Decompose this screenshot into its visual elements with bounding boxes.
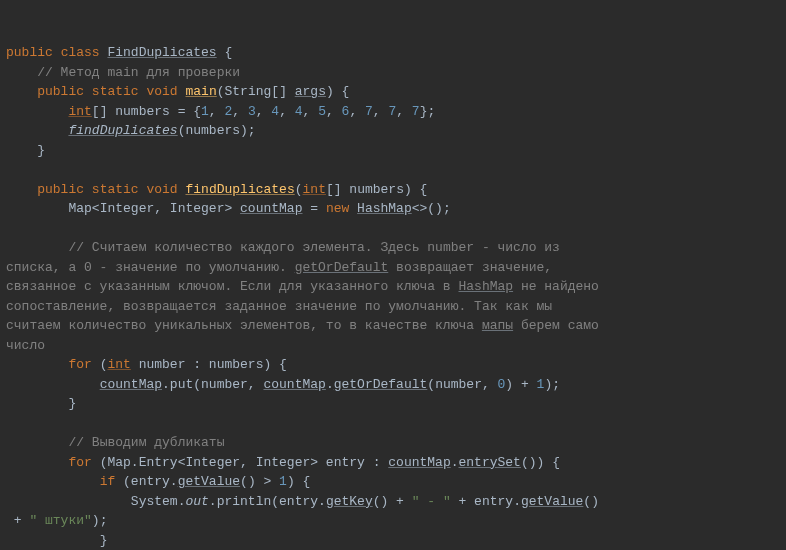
text: .put(number, xyxy=(162,377,263,392)
method-name: findDuplicates xyxy=(186,182,295,197)
text: + xyxy=(6,513,29,528)
comment: считаем количество уникальных элементов,… xyxy=(6,318,482,333)
eq: = xyxy=(302,201,325,216)
keyword-public: public xyxy=(37,84,84,99)
comment: // Метод main для проверки xyxy=(37,65,240,80)
comment: // Выводим дубликаты xyxy=(68,435,224,450)
comment: сопоставление, возвращается заданное зна… xyxy=(6,299,560,314)
var-countmap: countMap xyxy=(240,201,302,216)
text: [] numbers = { xyxy=(92,104,201,119)
text: () > xyxy=(240,474,279,489)
keyword-if: if xyxy=(100,474,116,489)
keyword-for: for xyxy=(68,357,91,372)
method-getvalue: getValue xyxy=(178,474,240,489)
map-type: Map<Integer, Integer> xyxy=(68,201,240,216)
comment-underline: HashMap xyxy=(458,279,513,294)
type-int: int xyxy=(68,104,91,119)
number: 4 xyxy=(295,104,303,119)
paren: ) { xyxy=(326,84,349,99)
text: ) + xyxy=(505,377,536,392)
keyword-public: public xyxy=(6,45,53,60)
args: (numbers); xyxy=(178,123,256,138)
var-countmap: countMap xyxy=(100,377,162,392)
paren: ( xyxy=(295,182,303,197)
comment: берем само xyxy=(513,318,607,333)
comment: связанное с указанным ключом. Если для у… xyxy=(6,279,458,294)
text: number : numbers) { xyxy=(131,357,287,372)
number: 4 xyxy=(271,104,279,119)
keyword-static: static xyxy=(92,84,139,99)
brace: } xyxy=(68,396,76,411)
type-int: int xyxy=(107,357,130,372)
paren: ( xyxy=(92,357,108,372)
text: ); xyxy=(92,513,108,528)
brace: { xyxy=(217,45,233,60)
out-field: out xyxy=(185,494,208,509)
comma: , xyxy=(396,104,412,119)
text: (entry. xyxy=(115,474,177,489)
text: [] numbers) { xyxy=(326,182,427,197)
sp xyxy=(349,201,357,216)
method-entryset: entrySet xyxy=(459,455,521,470)
brace: } xyxy=(37,143,45,158)
diamond: <>(); xyxy=(412,201,451,216)
keyword-static: static xyxy=(92,182,139,197)
number: 5 xyxy=(318,104,326,119)
text: () xyxy=(583,494,599,509)
text: System. xyxy=(131,494,186,509)
keyword-void: void xyxy=(146,182,177,197)
param-args: args xyxy=(295,84,326,99)
comma: , xyxy=(349,104,365,119)
comment: не найдено xyxy=(513,279,607,294)
comma: , xyxy=(256,104,272,119)
method-call: findDuplicates xyxy=(68,123,177,138)
method-main: main xyxy=(186,84,217,99)
hashmap: HashMap xyxy=(357,201,412,216)
comment: // Считаем количество каждого элемента. … xyxy=(68,240,567,255)
args: (number, xyxy=(427,377,497,392)
comment: списка, а 0 - значение по умолчанию. xyxy=(6,260,295,275)
comma: , xyxy=(209,104,225,119)
number: 1 xyxy=(201,104,209,119)
code-block: public class FindDuplicates { // Метод m… xyxy=(6,43,780,550)
text: ) { xyxy=(287,474,310,489)
string: " - " xyxy=(412,494,451,509)
method-getkey: getKey xyxy=(326,494,373,509)
dot: . xyxy=(326,377,334,392)
brace: } xyxy=(100,533,108,548)
comma: , xyxy=(279,104,295,119)
number: 7 xyxy=(412,104,420,119)
dot: . xyxy=(451,455,459,470)
comma: , xyxy=(373,104,389,119)
method-getvalue: getValue xyxy=(521,494,583,509)
string: " штуки" xyxy=(29,513,91,528)
text: + entry. xyxy=(451,494,521,509)
end: }; xyxy=(420,104,436,119)
method-god: getOrDefault xyxy=(334,377,428,392)
keyword-class: class xyxy=(61,45,100,60)
number: 3 xyxy=(248,104,256,119)
text: .println(entry. xyxy=(209,494,326,509)
comma: , xyxy=(232,104,248,119)
comment: число xyxy=(6,338,45,353)
text: () + xyxy=(373,494,412,509)
semi: ); xyxy=(544,377,560,392)
var-countmap: countMap xyxy=(388,455,450,470)
keyword-void: void xyxy=(146,84,177,99)
var-countmap: countMap xyxy=(263,377,325,392)
type-int: int xyxy=(303,182,326,197)
number: 7 xyxy=(365,104,373,119)
comment-underline: getOrDefault xyxy=(295,260,389,275)
comment: возвращает значение, xyxy=(388,260,560,275)
class-name: FindDuplicates xyxy=(107,45,216,60)
keyword-new: new xyxy=(326,201,349,216)
comma: , xyxy=(303,104,319,119)
paren: (String[] xyxy=(217,84,295,99)
text: ()) { xyxy=(521,455,560,470)
keyword-for: for xyxy=(68,455,91,470)
comment-underline: мапы xyxy=(482,318,513,333)
comma: , xyxy=(326,104,342,119)
keyword-public: public xyxy=(37,182,84,197)
number: 1 xyxy=(279,474,287,489)
text: (Map.Entry<Integer, Integer> entry : xyxy=(92,455,388,470)
